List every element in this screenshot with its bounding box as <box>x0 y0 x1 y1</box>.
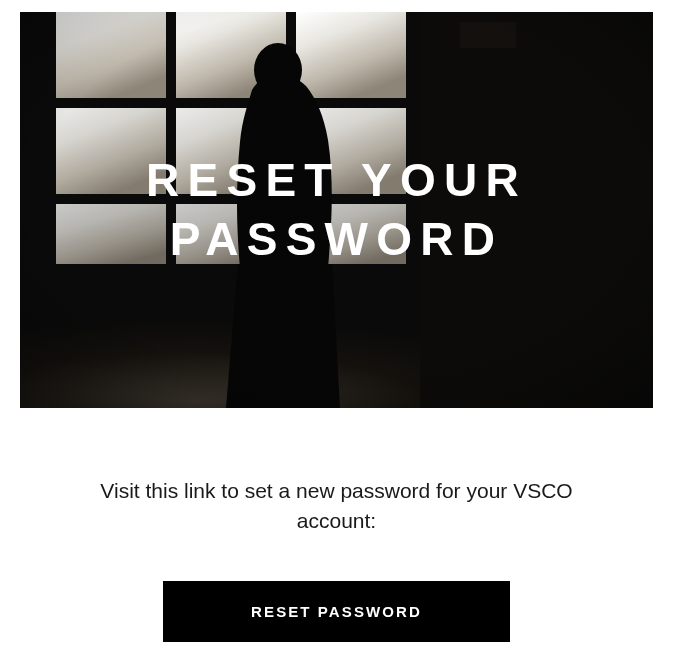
hero-title: RESET YOUR PASSWORD <box>60 151 613 269</box>
instruction-text: Visit this link to set a new password fo… <box>80 476 593 537</box>
email-container: RESET YOUR PASSWORD Visit this link to s… <box>0 0 673 646</box>
hero-title-wrap: RESET YOUR PASSWORD <box>20 12 653 408</box>
instruction-block: Visit this link to set a new password fo… <box>20 476 653 537</box>
cta-wrap: RESET PASSWORD <box>20 581 653 642</box>
reset-password-button[interactable]: RESET PASSWORD <box>163 581 510 642</box>
hero-image: RESET YOUR PASSWORD <box>20 12 653 408</box>
